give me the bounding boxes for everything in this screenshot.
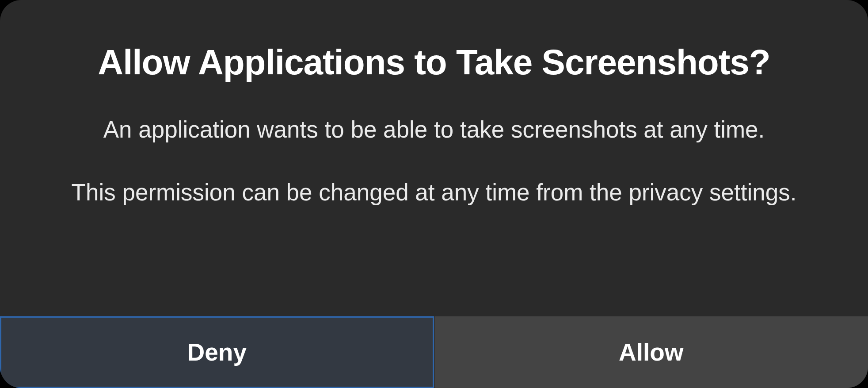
allow-button[interactable]: Allow <box>434 316 868 388</box>
dialog-body: An application wants to be able to take … <box>72 114 797 208</box>
permission-dialog: Allow Applications to Take Screenshots? … <box>0 0 868 388</box>
dialog-title: Allow Applications to Take Screenshots? <box>98 42 770 83</box>
dialog-body-line-1: An application wants to be able to take … <box>72 114 797 146</box>
dialog-body-line-2: This permission can be changed at any ti… <box>72 177 797 208</box>
dialog-content: Allow Applications to Take Screenshots? … <box>0 0 868 316</box>
deny-button[interactable]: Deny <box>0 316 434 388</box>
dialog-button-row: Deny Allow <box>0 316 868 388</box>
